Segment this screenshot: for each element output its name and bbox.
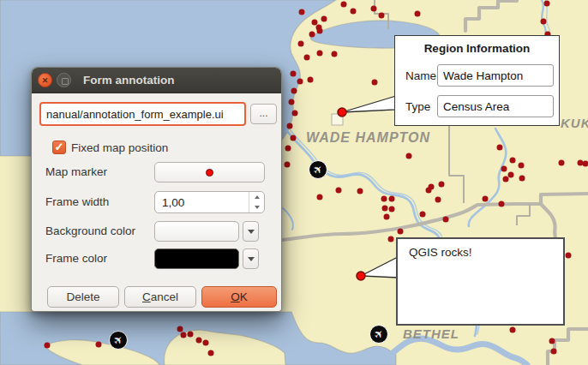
settlement-dot [317,51,323,57]
settlement-dot [304,55,310,61]
settlement-dot [317,194,323,200]
settlement-dot [384,214,390,220]
map-place-label: KUK [561,116,588,130]
browse-button[interactable]: ... [250,104,277,124]
frame-color-dropdown[interactable] [243,248,259,269]
chevron-down-icon [248,257,255,261]
settlement-dot [544,1,550,7]
spinner-column [249,192,264,212]
settlement-dot [483,196,489,202]
map-place-label: WADE HAMPTON [306,130,430,145]
fixed-map-position-checkbox[interactable] [52,141,66,154]
settlement-dot [420,212,426,218]
settlement-dot [45,343,51,349]
screenshot-root: WADE HAMPTONBETHELKUK ✈✈✈ Region Informa… [0,0,588,365]
frame-width-spinbox[interactable]: 1,00 [154,191,265,213]
settlement-dot [316,25,322,31]
settlement-dot [298,41,304,47]
close-icon[interactable] [38,73,52,87]
spin-up-icon [255,195,260,199]
settlement-dot [398,229,404,235]
settlement-dot [341,2,347,8]
ok-button[interactable]: OK [201,286,277,308]
text-annotation-content: QGIS rocks! [409,246,472,259]
settlement-dot [510,158,516,164]
marker-dot-icon [206,169,213,177]
settlement-dot [291,88,297,94]
frame-color-label: Frame color [45,252,107,265]
annotation-anchor-marker[interactable] [338,108,346,117]
annotation-anchor-marker[interactable] [357,272,365,280]
frame-width-value: 1,00 [155,196,249,209]
settlement-dot [371,6,377,12]
region-name-label: Name [405,69,436,82]
settlement-dot [332,51,338,57]
settlement-dot [578,160,584,166]
settlement-dot [379,13,385,19]
settlement-dot [503,177,509,182]
settlement-dot [443,217,449,223]
delete-button[interactable]: Delete [47,286,119,308]
settlement-dot [406,153,412,159]
settlement-dot [566,253,572,259]
cancel-button[interactable]: Cancel [124,286,196,308]
settlement-dot [96,342,102,348]
dialog-title: Form annotation [83,74,175,87]
map-marker-button[interactable] [154,162,265,182]
settlement-dot [357,188,363,194]
fixed-map-position-label: Fixed map position [71,141,168,154]
ui-file-path-input[interactable] [39,102,246,126]
settlement-dot [519,176,525,182]
settlement-dot [309,32,315,38]
settlement-dot [292,111,298,117]
spin-up-button[interactable] [249,192,264,202]
settlement-dot [203,340,209,346]
background-color-swatch[interactable] [154,221,239,242]
spin-down-icon [255,206,260,209]
settlement-dot [510,327,516,333]
region-type-label: Type [405,100,430,113]
settlement-dot [291,135,297,141]
settlement-dot [291,71,297,77]
settlement-dot [435,197,441,203]
spin-down-button[interactable] [249,202,264,212]
frame-color-swatch[interactable] [154,248,239,269]
settlement-dot [297,79,303,85]
settlement-dot [336,188,342,194]
settlement-dot [372,80,378,86]
settlement-dot [382,206,388,212]
settlement-dot [389,206,395,212]
settlement-dot [499,201,505,207]
settlement-dot [388,236,394,242]
settlement-dot [541,19,547,25]
map-place-label: BETHEL [403,326,459,341]
settlement-dot [181,332,187,338]
text-annotation[interactable]: QGIS rocks! [396,237,565,326]
settlement-dot [381,196,387,202]
settlement-dot [285,146,291,152]
settlement-dot [429,184,435,190]
maximize-icon[interactable] [57,73,71,87]
background-color-label: Background color [45,224,135,237]
settlement-dot [299,9,305,15]
settlement-dot [519,163,525,169]
settlement-dot [321,16,327,22]
background-color-dropdown[interactable] [243,221,259,242]
region-name-input[interactable] [437,64,554,87]
settlement-dot [551,349,557,355]
region-form-annotation[interactable]: Region Information Name Type [394,35,560,126]
settlement-dot [559,160,565,166]
settlement-dot [287,123,293,129]
settlement-dot [351,9,357,15]
region-type-input[interactable] [437,95,554,117]
frame-width-label: Frame width [45,195,109,208]
settlement-dot [208,350,214,356]
settlement-dot [308,77,314,83]
form-annotation-dialog: Form annotation ... Fixed map position M… [31,67,282,312]
region-form-title: Region Information [395,42,559,55]
settlement-dot [549,338,555,344]
settlement-dot [285,162,291,168]
map-marker-label: Map marker [45,165,107,178]
settlement-dot [439,182,445,188]
dialog-titlebar[interactable]: Form annotation [32,68,281,93]
